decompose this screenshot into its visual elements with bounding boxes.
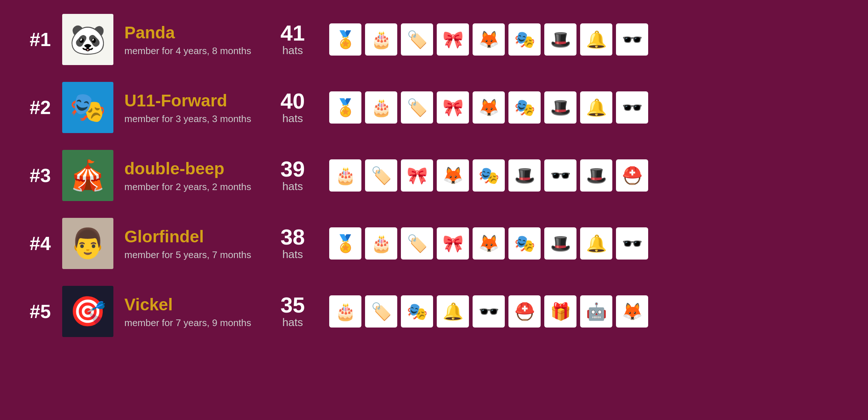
- hat-icon[interactable]: 🦊: [473, 227, 505, 260]
- hat-icon[interactable]: 🔔: [580, 23, 612, 56]
- hat-icon[interactable]: 🏷️: [365, 159, 397, 192]
- rank-label: #4: [18, 232, 62, 254]
- hat-count-block: 41 hats: [271, 22, 315, 57]
- hat-number: 35: [271, 294, 315, 316]
- rank-label: #5: [18, 300, 62, 322]
- hat-icon[interactable]: 🎀: [401, 159, 433, 192]
- hat-icon[interactable]: 🎭: [473, 159, 505, 192]
- hat-count-block: 38 hats: [271, 226, 315, 261]
- username[interactable]: Vickel: [124, 295, 256, 314]
- hat-icon[interactable]: 🎩: [580, 159, 612, 192]
- hat-list: 🏅🎂🏷️🎀🦊🎭🎩🔔🕶️: [329, 23, 850, 56]
- hat-label: hats: [271, 316, 315, 329]
- hat-icon[interactable]: ⛑️: [616, 159, 648, 192]
- username[interactable]: U11-Forward: [124, 91, 256, 110]
- hat-number: 39: [271, 158, 315, 180]
- membership-duration: member for 3 years, 3 months: [124, 113, 256, 125]
- hat-icon[interactable]: 🎩: [544, 227, 576, 260]
- rank-label: #2: [18, 97, 62, 118]
- hat-icon[interactable]: 🎂: [365, 227, 397, 260]
- leaderboard-row: #4 👨 Glorfindel member for 5 years, 7 mo…: [15, 211, 853, 276]
- hat-count-block: 40 hats: [271, 90, 315, 125]
- hat-label: hats: [271, 248, 315, 261]
- user-avatar[interactable]: 👨: [62, 218, 113, 269]
- hat-number: 41: [271, 22, 315, 44]
- hat-icon[interactable]: 🎭: [508, 91, 541, 124]
- hat-icon[interactable]: 🏅: [329, 91, 361, 124]
- hat-icon[interactable]: 🕶️: [616, 227, 648, 260]
- hat-icon[interactable]: 🤖: [580, 295, 612, 328]
- user-avatar[interactable]: 🎯: [62, 286, 113, 337]
- username[interactable]: double-beep: [124, 159, 256, 178]
- user-info: Panda member for 4 years, 8 months: [124, 23, 256, 57]
- membership-duration: member for 5 years, 7 months: [124, 249, 256, 261]
- hat-number: 40: [271, 90, 315, 112]
- hat-list: 🏅🎂🏷️🎀🦊🎭🎩🔔🕶️: [329, 227, 850, 260]
- hat-list: 🎂🏷️🎭🔔🕶️⛑️🎁🤖🦊: [329, 295, 850, 328]
- leaderboard: #1 🐼 Panda member for 4 years, 8 months …: [15, 7, 853, 344]
- hat-icon[interactable]: 🦊: [473, 91, 505, 124]
- hat-list: 🏅🎂🏷️🎀🦊🎭🎩🔔🕶️: [329, 91, 850, 124]
- hat-count-block: 35 hats: [271, 294, 315, 329]
- hat-icon[interactable]: 🎂: [329, 295, 361, 328]
- hat-icon[interactable]: 🎭: [508, 23, 541, 56]
- hat-list: 🎂🏷️🎀🦊🎭🎩🕶️🎩⛑️: [329, 159, 850, 192]
- user-info: double-beep member for 2 years, 2 months: [124, 159, 256, 193]
- hat-icon[interactable]: 🏷️: [401, 91, 433, 124]
- hat-icon[interactable]: 🔔: [580, 91, 612, 124]
- hat-icon[interactable]: 🎂: [365, 23, 397, 56]
- hat-icon[interactable]: 🎩: [544, 91, 576, 124]
- hat-icon[interactable]: 🕶️: [616, 23, 648, 56]
- user-info: Glorfindel member for 5 years, 7 months: [124, 227, 256, 261]
- user-avatar[interactable]: 🎪: [62, 150, 113, 201]
- leaderboard-row: #5 🎯 Vickel member for 7 years, 9 months…: [15, 279, 853, 344]
- leaderboard-row: #2 🎭 U11-Forward member for 3 years, 3 m…: [15, 75, 853, 140]
- hat-icon[interactable]: 🕶️: [544, 159, 576, 192]
- leaderboard-row: #3 🎪 double-beep member for 2 years, 2 m…: [15, 143, 853, 208]
- hat-icon[interactable]: 🎀: [437, 227, 469, 260]
- hat-icon[interactable]: 🎀: [437, 91, 469, 124]
- hat-icon[interactable]: 🏷️: [401, 227, 433, 260]
- hat-icon[interactable]: 🎂: [329, 159, 361, 192]
- hat-icon[interactable]: 🦊: [473, 23, 505, 56]
- leaderboard-row: #1 🐼 Panda member for 4 years, 8 months …: [15, 7, 853, 72]
- hat-icon[interactable]: 🎩: [544, 23, 576, 56]
- hat-icon[interactable]: 🔔: [437, 295, 469, 328]
- hat-icon[interactable]: 🎭: [508, 227, 541, 260]
- hat-icon[interactable]: 🕶️: [616, 91, 648, 124]
- rank-label: #1: [18, 29, 62, 50]
- membership-duration: member for 7 years, 9 months: [124, 317, 256, 329]
- hat-icon[interactable]: 🔔: [580, 227, 612, 260]
- user-info: Vickel member for 7 years, 9 months: [124, 295, 256, 329]
- hat-icon[interactable]: 🏅: [329, 23, 361, 56]
- hat-label: hats: [271, 180, 315, 193]
- hat-icon[interactable]: ⛑️: [508, 295, 541, 328]
- hat-icon[interactable]: 🎂: [365, 91, 397, 124]
- hat-icon[interactable]: 🕶️: [473, 295, 505, 328]
- hat-icon[interactable]: 🎁: [544, 295, 576, 328]
- hat-icon[interactable]: 🦊: [437, 159, 469, 192]
- hat-icon[interactable]: 🏷️: [365, 295, 397, 328]
- membership-duration: member for 2 years, 2 months: [124, 181, 256, 193]
- hat-icon[interactable]: 🏅: [329, 227, 361, 260]
- hat-label: hats: [271, 44, 315, 57]
- hat-icon[interactable]: 🦊: [616, 295, 648, 328]
- rank-label: #3: [18, 164, 62, 186]
- hat-icon[interactable]: 🎩: [508, 159, 541, 192]
- membership-duration: member for 4 years, 8 months: [124, 45, 256, 57]
- username[interactable]: Glorfindel: [124, 227, 256, 246]
- hat-icon[interactable]: 🏷️: [401, 23, 433, 56]
- user-info: U11-Forward member for 3 years, 3 months: [124, 91, 256, 125]
- hat-icon[interactable]: 🎭: [401, 295, 433, 328]
- hat-count-block: 39 hats: [271, 158, 315, 193]
- hat-number: 38: [271, 226, 315, 248]
- user-avatar[interactable]: 🎭: [62, 82, 113, 133]
- user-avatar[interactable]: 🐼: [62, 14, 113, 65]
- hat-label: hats: [271, 112, 315, 125]
- username[interactable]: Panda: [124, 23, 256, 42]
- hat-icon[interactable]: 🎀: [437, 23, 469, 56]
